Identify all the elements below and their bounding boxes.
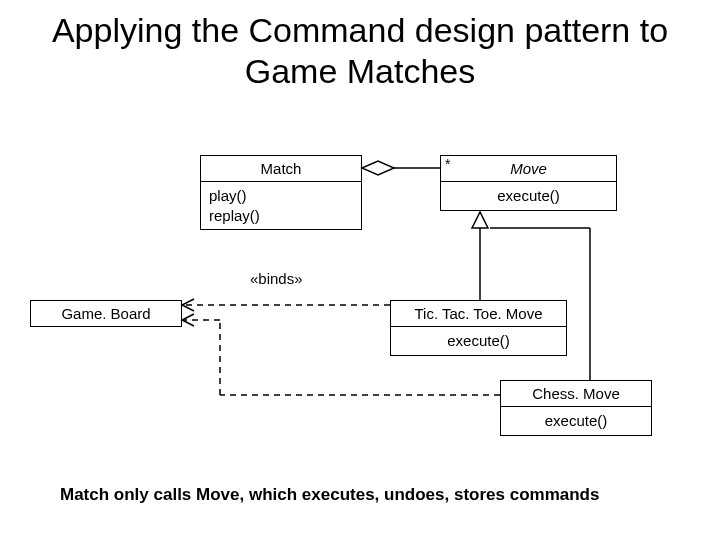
class-chessmove-ops: execute() — [501, 407, 651, 435]
page-title: Applying the Command design pattern to G… — [0, 0, 720, 92]
diamond-icon — [362, 161, 394, 175]
triangle-up-icon — [472, 212, 488, 228]
class-chessmove: Chess. Move execute() — [500, 380, 652, 436]
aggregation-match-move — [362, 161, 440, 175]
class-chessmove-name: Chess. Move — [501, 381, 651, 407]
class-match: Match play() replay() — [200, 155, 362, 230]
generalization-tictactoe-move — [472, 212, 488, 300]
class-gameboard: Game. Board — [30, 300, 182, 327]
class-tictactoemove-name: Tic. Tac. Toe. Move — [391, 301, 566, 327]
open-arrow-left-icon — [182, 314, 194, 326]
class-tictactoemove: Tic. Tac. Toe. Move execute() — [390, 300, 567, 356]
multiplicity-label: * — [445, 156, 450, 172]
class-move: Move execute() — [440, 155, 617, 211]
binds-gameboard-tictactoe — [182, 299, 390, 311]
class-move-ops: execute() — [441, 182, 616, 210]
class-move-name: Move — [441, 156, 616, 182]
class-match-ops: play() replay() — [201, 182, 361, 229]
binds-label: «binds» — [250, 270, 303, 287]
class-gameboard-name: Game. Board — [31, 301, 181, 326]
class-tictactoemove-ops: execute() — [391, 327, 566, 355]
open-arrow-left-icon — [182, 299, 194, 311]
class-match-name: Match — [201, 156, 361, 182]
caption-text: Match only calls Move, which executes, u… — [60, 485, 599, 505]
